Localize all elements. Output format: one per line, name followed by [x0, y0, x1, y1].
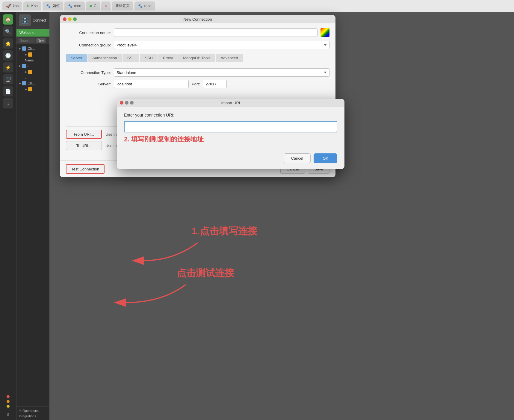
close-button-dot[interactable]: [63, 17, 66, 21]
sidebar-icon-strip: 🏠 🔍 ⭐ 🕐 ⚡ 🖥️ 📄 ↓ S: [0, 12, 16, 420]
tab-advanced[interactable]: Advanced: [216, 54, 243, 62]
port-input[interactable]: [203, 80, 227, 88]
maximize-button-dot[interactable]: [73, 17, 77, 21]
sidebar-new-button[interactable]: New: [36, 38, 46, 43]
import-titlebar: Import URI: [117, 99, 344, 107]
folder-icon: [28, 52, 32, 57]
import-cancel-button[interactable]: Cancel: [284, 153, 311, 163]
sidebar-icon-search[interactable]: 🔍: [3, 26, 13, 37]
sidebar-tree: ▶ Cli... ▶ Name... ▶ at... ▶ ...: [16, 44, 49, 407]
import-dialog-title: Import URI: [221, 101, 240, 105]
connection-name-input[interactable]: [114, 28, 318, 37]
connection-type-select[interactable]: Standalone: [114, 68, 329, 77]
import-uri-label: Enter your connection URI:: [124, 113, 337, 117]
sidebar-icon-docs[interactable]: 📄: [3, 86, 13, 96]
traffic-lights: [63, 17, 77, 21]
server-label: Server:: [66, 82, 111, 86]
sidebar-header: 🗄️ Connect: [16, 12, 49, 29]
sidebar-icon-app[interactable]: ⚡: [3, 62, 13, 72]
import-traffic-lights: [120, 101, 134, 105]
sidebar-search-input[interactable]: [18, 38, 35, 43]
server-port-row: Server: Port:: [66, 80, 329, 88]
tree-item-folder1[interactable]: ▶: [22, 52, 49, 58]
sidebar-icon-desktop[interactable]: 🖥️: [3, 74, 13, 84]
dialog-titlebar: New Connection: [60, 15, 335, 23]
connection-group-row: Connection group: <root level>: [66, 41, 329, 49]
sidebar-connect-label: Connect: [33, 18, 46, 22]
color-picker-button[interactable]: [321, 28, 329, 37]
import-maximize-dot[interactable]: [130, 101, 134, 105]
import-dialog-body: Enter your connection URI: 2. 填写刚刚复制的连接地…: [117, 107, 344, 150]
tree-item-sub1[interactable]: ...: [22, 75, 49, 80]
connection-type-label: Connection Type:: [66, 70, 111, 75]
browser-tab-robo1[interactable]: 🐾 robo: [134, 1, 155, 10]
import-close-dot[interactable]: [120, 101, 123, 105]
browser-tab-bar: 🚀 koa K Koa 🐾 如何 🐾 mon C × 新标签页 🐾 robo: [0, 0, 514, 12]
connection-group-select[interactable]: <root level>: [114, 41, 329, 49]
db-icon-2: [22, 64, 26, 68]
tab-ssh[interactable]: SSH: [140, 54, 158, 62]
tree-item-folder2[interactable]: ▶: [22, 69, 49, 75]
folder-icon-2: [28, 70, 32, 74]
import-dialog-footer: Cancel OK: [117, 150, 344, 169]
db-icon: [22, 46, 26, 51]
folder-icon-3: [28, 87, 32, 91]
to-uri-button[interactable]: To URI...: [66, 141, 102, 150]
import-ok-button[interactable]: OK: [314, 153, 337, 163]
import-hint-number: 2.: [124, 135, 129, 143]
tab-ssl[interactable]: SSL: [123, 54, 140, 62]
browser-tab-mon[interactable]: 🐾 mon: [64, 1, 85, 10]
sidebar-app-icon: 🗄️: [19, 14, 31, 26]
connection-tabs: Server Authentication SSL SSH Proxy Mong…: [66, 53, 329, 62]
tab-mongodb-tools[interactable]: MongoDB Tools: [178, 54, 215, 62]
from-uri-button[interactable]: From URI...: [66, 130, 102, 139]
tree-item-at[interactable]: ▶ at...: [16, 63, 49, 69]
import-uri-dialog: Import URI Enter your connection URI: 2.…: [117, 99, 344, 169]
browser-tab-c[interactable]: C: [86, 1, 100, 10]
port-label: Port:: [192, 82, 200, 86]
server-input[interactable]: [114, 80, 189, 88]
connection-type-row: Connection Type: Standalone: [66, 68, 329, 77]
sidebar-icon-home[interactable]: 🏠: [3, 14, 13, 25]
browser-tab-newtab[interactable]: 新标签页: [112, 1, 133, 10]
sidebar-icon-star[interactable]: ⭐: [3, 38, 13, 49]
sidebar-welcome[interactable]: Welcome: [16, 29, 49, 37]
browser-tab-ruhe[interactable]: 🐾 如何: [43, 1, 63, 10]
connection-name-label: Connection name:: [66, 31, 111, 35]
tree-item-folder3[interactable]: ▶: [22, 86, 49, 92]
sidebar: 🗄️ Connect Welcome New ▶ Cli... ▶ Name..…: [16, 12, 49, 420]
dialog-title: New Connection: [183, 17, 212, 22]
sidebar-icon-download[interactable]: ↓: [3, 98, 13, 108]
browser-tab-koa2[interactable]: K Koa: [23, 1, 41, 10]
connection-group-label: Connection group:: [66, 43, 111, 47]
tree-item-cli2[interactable]: ▶ Cli...: [16, 80, 49, 86]
tree-item-name[interactable]: Name...: [22, 58, 49, 63]
tree-item-sub2[interactable]: ...: [22, 92, 49, 98]
connection-name-row: Connection name:: [66, 28, 329, 37]
sidebar-integrations-label[interactable]: Integrations: [19, 413, 47, 419]
tab-server[interactable]: Server: [66, 54, 87, 62]
browser-tab-koa[interactable]: 🚀 koa: [2, 1, 22, 10]
tab-proxy[interactable]: Proxy: [158, 54, 178, 62]
sidebar-search-bar: New: [16, 37, 49, 44]
tab-authentication[interactable]: Authentication: [87, 54, 122, 62]
test-connection-button[interactable]: Test Connection: [66, 164, 105, 174]
import-minimize-dot[interactable]: [125, 101, 128, 105]
minimize-button-dot[interactable]: [68, 17, 72, 21]
import-hint-text: 填写刚刚复制的连接地址: [131, 135, 204, 144]
browser-tab-close[interactable]: ×: [101, 1, 111, 10]
server-tab-content: Connection Type: Standalone Server: Port…: [66, 66, 329, 93]
db-icon-3: [22, 81, 26, 85]
import-uri-input[interactable]: [124, 121, 337, 132]
tree-item-cli1[interactable]: ▶ Cli...: [16, 46, 49, 52]
sidebar-icon-recent[interactable]: 🕐: [3, 50, 13, 61]
sidebar-operations-label[interactable]: ☑ Operations: [19, 408, 47, 413]
sidebar-footer: ☑ Operations Integrations: [16, 407, 49, 420]
